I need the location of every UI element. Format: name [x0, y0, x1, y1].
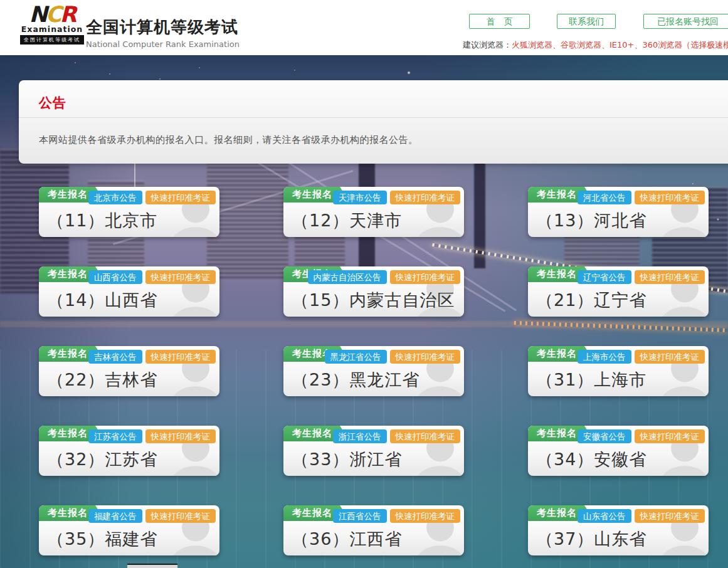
- print-admission-ticket-badge[interactable]: 快速打印准考证: [635, 429, 705, 443]
- print-admission-ticket-badge[interactable]: 快速打印准考证: [635, 509, 705, 523]
- province-card[interactable]: 考生报名 内蒙古自治区公告 快速打印准考证 （15）内蒙古自治区: [283, 266, 464, 317]
- print-admission-ticket-badge[interactable]: 快速打印准考证: [390, 191, 461, 204]
- province-notice-badge[interactable]: 江西省公告: [333, 509, 387, 523]
- card-badges: 北京市公告 快速打印准考证: [88, 191, 216, 204]
- card-badges: 福建省公告 快速打印准考证: [88, 509, 216, 523]
- province-card-title: （22）吉林省: [47, 369, 157, 391]
- ncre-logo-banner-text: 全国计算机等级考试: [20, 35, 84, 45]
- card-badges: 浙江省公告 快速打印准考证: [333, 429, 460, 443]
- print-admission-ticket-badge[interactable]: 快速打印准考证: [145, 509, 216, 523]
- province-grid: 考生报名 北京市公告 快速打印准考证 （11）北京市 考生报名 天津市公告 快速…: [39, 187, 709, 555]
- next-section-fragment: [127, 564, 177, 568]
- province-notice-badge[interactable]: 天津市公告: [333, 191, 387, 204]
- announcement-panel: 公告 本网站提供各省级承办机构的报名入口。报名细则，请关注各省级承办机构的报名公…: [19, 80, 728, 164]
- province-card-title: （23）黑龙江省: [292, 369, 419, 391]
- province-card[interactable]: 考生报名 山东省公告 快速打印准考证 （37）山东省: [528, 505, 709, 555]
- card-badges: 天津市公告 快速打印准考证: [333, 191, 460, 204]
- province-notice-badge[interactable]: 江苏省公告: [88, 429, 142, 443]
- print-admission-ticket-badge[interactable]: 快速打印准考证: [390, 429, 461, 443]
- province-card[interactable]: 考生报名 安徽省公告 快速打印准考证 （34）安徽省: [528, 426, 709, 476]
- province-notice-badge[interactable]: 山东省公告: [578, 509, 631, 523]
- province-card-title: （32）江苏省: [47, 448, 157, 471]
- print-admission-ticket-badge[interactable]: 快速打印准考证: [635, 350, 705, 364]
- home-button[interactable]: 首 页: [469, 14, 530, 29]
- province-card[interactable]: 考生报名 北京市公告 快速打印准考证 （11）北京市: [39, 187, 219, 237]
- province-notice-badge[interactable]: 上海市公告: [578, 350, 631, 364]
- print-admission-ticket-badge[interactable]: 快速打印准考证: [390, 509, 461, 523]
- site-header: NCR Examination 全国计算机等级考试 全国计算机等级考试 Nati…: [0, 0, 728, 55]
- province-card[interactable]: 考生报名 江西省公告 快速打印准考证 （36）江西省: [283, 505, 464, 555]
- province-card[interactable]: 考生报名 河北省公告 快速打印准考证 （13）河北省: [528, 187, 709, 237]
- print-admission-ticket-badge[interactable]: 快速打印准考证: [145, 191, 216, 204]
- browser-advice: 建议浏览器：火狐浏览器、谷歌浏览器、IE10+、360浏览器（选择极速模式）: [463, 39, 728, 51]
- province-notice-badge[interactable]: 黑龙江省公告: [325, 350, 387, 364]
- site-title: 全国计算机等级考试: [86, 16, 240, 38]
- province-card-title: （35）福建省: [47, 528, 157, 550]
- announcement-title: 公告: [39, 94, 66, 112]
- province-notice-badge[interactable]: 北京市公告: [88, 191, 142, 204]
- province-card-title: （11）北京市: [47, 209, 157, 232]
- province-card-title: （13）河北省: [536, 209, 646, 232]
- province-card[interactable]: 考生报名 黑龙江省公告 快速打印准考证 （23）黑龙江省: [283, 346, 464, 396]
- card-badges: 辽宁省公告 快速打印准考证: [578, 270, 705, 284]
- province-card-title: （37）山东省: [536, 528, 646, 550]
- announcement-body: 本网站提供各省级承办机构的报名入口。报名细则，请关注各省级承办机构的报名公告。: [39, 134, 418, 146]
- browser-advice-list: 火狐浏览器、谷歌浏览器、IE10+、360浏览器（选择极速模式）: [512, 40, 728, 50]
- card-badges: 吉林省公告 快速打印准考证: [88, 350, 216, 364]
- card-badges: 山东省公告 快速打印准考证: [578, 509, 705, 523]
- province-card[interactable]: 考生报名 浙江省公告 快速打印准考证 （33）浙江省: [283, 426, 464, 476]
- ncre-logo: NCR Examination 全国计算机等级考试: [20, 6, 84, 45]
- card-badges: 山西省公告 快速打印准考证: [88, 270, 216, 284]
- province-notice-badge[interactable]: 辽宁省公告: [578, 270, 631, 284]
- ncre-logo-examination-text: Examination: [20, 24, 84, 34]
- browser-advice-label: 建议浏览器：: [463, 40, 512, 50]
- account-recovery-button[interactable]: 已报名账号找回: [643, 14, 728, 29]
- card-badges: 安徽省公告 快速打印准考证: [578, 429, 705, 443]
- print-admission-ticket-badge[interactable]: 快速打印准考证: [145, 350, 216, 364]
- province-notice-badge[interactable]: 吉林省公告: [88, 350, 142, 364]
- card-badges: 江苏省公告 快速打印准考证: [88, 429, 216, 443]
- page: NCR Examination 全国计算机等级考试 全国计算机等级考试 Nati…: [0, 0, 728, 568]
- province-card-title: （31）上海市: [536, 369, 646, 391]
- province-card-title: （34）安徽省: [536, 448, 646, 471]
- province-card-title: （36）江西省: [292, 528, 402, 550]
- province-card-title: （14）山西省: [47, 289, 157, 312]
- print-admission-ticket-badge[interactable]: 快速打印准考证: [390, 270, 461, 284]
- province-card-title: （21）辽宁省: [536, 289, 646, 312]
- print-admission-ticket-badge[interactable]: 快速打印准考证: [390, 350, 461, 364]
- province-card[interactable]: 考生报名 江苏省公告 快速打印准考证 （32）江苏省: [39, 426, 219, 476]
- card-badges: 内蒙古自治区公告 快速打印准考证: [308, 270, 461, 284]
- print-admission-ticket-badge[interactable]: 快速打印准考证: [635, 270, 705, 284]
- province-notice-badge[interactable]: 河北省公告: [578, 191, 631, 204]
- province-card[interactable]: 考生报名 辽宁省公告 快速打印准考证 （21）辽宁省: [528, 266, 709, 317]
- province-card-title: （33）浙江省: [292, 448, 402, 471]
- site-subtitle: National Computer Rank Examination: [86, 39, 240, 49]
- site-title-block: 全国计算机等级考试 National Computer Rank Examina…: [86, 16, 240, 49]
- province-card[interactable]: 考生报名 吉林省公告 快速打印准考证 （22）吉林省: [39, 346, 219, 396]
- province-card-title: （15）内蒙古自治区: [292, 289, 455, 312]
- print-admission-ticket-badge[interactable]: 快速打印准考证: [145, 270, 216, 284]
- card-badges: 黑龙江省公告 快速打印准考证: [325, 350, 461, 364]
- ncre-logo-letters: NCR: [20, 6, 84, 24]
- province-card[interactable]: 考生报名 上海市公告 快速打印准考证 （31）上海市: [528, 346, 709, 396]
- province-notice-badge[interactable]: 福建省公告: [88, 509, 142, 523]
- print-admission-ticket-badge[interactable]: 快速打印准考证: [635, 191, 705, 204]
- province-notice-badge[interactable]: 浙江省公告: [333, 429, 387, 443]
- province-card[interactable]: 考生报名 福建省公告 快速打印准考证 （35）福建省: [39, 505, 219, 555]
- card-badges: 上海市公告 快速打印准考证: [578, 350, 705, 364]
- province-card[interactable]: 考生报名 山西省公告 快速打印准考证 （14）山西省: [39, 266, 219, 317]
- province-card[interactable]: 考生报名 天津市公告 快速打印准考证 （12）天津市: [283, 187, 464, 237]
- province-notice-badge[interactable]: 山西省公告: [88, 270, 142, 284]
- province-notice-badge[interactable]: 内蒙古自治区公告: [308, 270, 387, 284]
- province-card-title: （12）天津市: [292, 209, 402, 232]
- card-badges: 河北省公告 快速打印准考证: [578, 191, 705, 204]
- card-badges: 江西省公告 快速打印准考证: [333, 509, 460, 523]
- announcement-divider: [19, 117, 728, 118]
- print-admission-ticket-badge[interactable]: 快速打印准考证: [145, 429, 216, 443]
- contact-us-button[interactable]: 联系我们: [557, 14, 616, 29]
- province-notice-badge[interactable]: 安徽省公告: [578, 429, 631, 443]
